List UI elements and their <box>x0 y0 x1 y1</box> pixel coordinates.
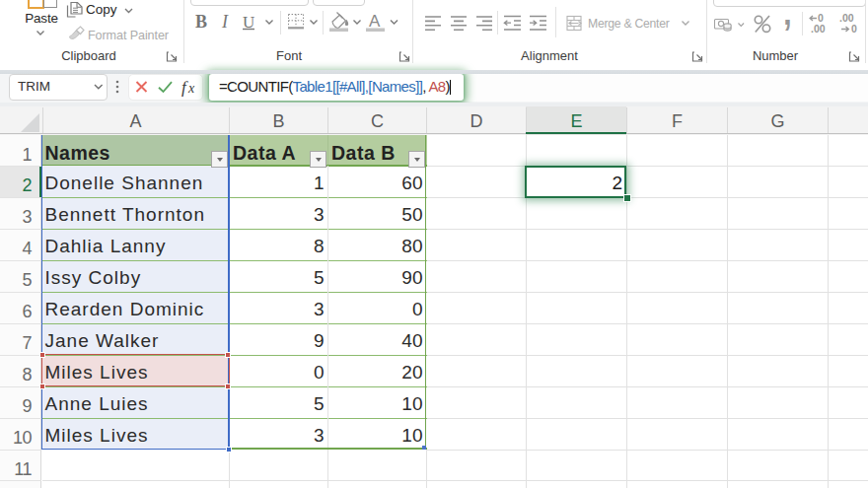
svg-text:x: x <box>187 81 195 96</box>
svg-text:A: A <box>369 12 381 31</box>
svg-text:I: I <box>221 12 229 32</box>
svg-text:f: f <box>181 78 188 97</box>
svg-text:B: B <box>195 12 207 32</box>
svg-text:.00: .00 <box>811 23 826 35</box>
svg-text:0: 0 <box>851 23 857 35</box>
svg-text:,: , <box>781 0 794 35</box>
